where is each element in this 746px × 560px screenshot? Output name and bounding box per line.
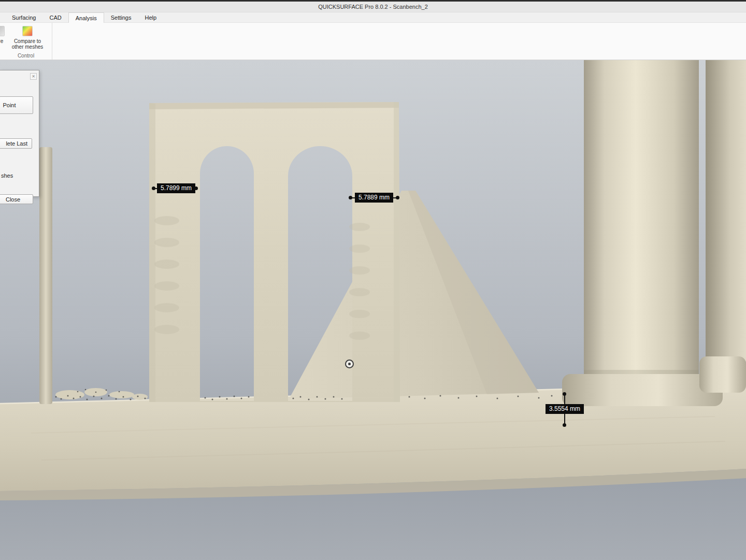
mesh-right-column[interactable] (699, 60, 746, 393)
viewport-3d[interactable]: 5.7899 mm 5.7889 mm 3.5554 mm ✕ Point le… (0, 60, 746, 560)
tab-analysis[interactable]: Analysis (68, 12, 104, 23)
titlebar[interactable]: QUICKSURFACE Pro 8.0.2 - Scanbench_2 (0, 2, 746, 12)
heatmap-compare-icon (22, 26, 33, 36)
ribbon: are Compare to other meshes Control (0, 23, 746, 60)
menubar: Surfacing CAD Analysis Settings Help (0, 12, 746, 23)
tab-settings[interactable]: Settings (104, 12, 138, 22)
tab-cad[interactable]: CAD (42, 12, 68, 22)
ribbon-group-label: Control (0, 53, 52, 59)
meshes-label-fragment: shes (1, 173, 13, 179)
ribbon-group-control: are Compare to other meshes Control (0, 23, 52, 60)
measurement-endpoint[interactable] (349, 196, 352, 199)
scene-3d[interactable] (0, 60, 746, 560)
rotation-center-icon (345, 360, 354, 368)
measurement-endpoint[interactable] (152, 186, 155, 190)
compare-button-partial[interactable]: are (0, 26, 6, 44)
measurement-label-1[interactable]: 5.7899 mm (157, 183, 195, 193)
measurement-endpoint[interactable] (563, 423, 566, 427)
measure-dialog: ✕ Point lete Last shes Close (0, 70, 39, 197)
dialog-close-icon[interactable]: ✕ (30, 73, 37, 80)
measurement-endpoint[interactable] (563, 392, 566, 396)
compare-to-other-meshes-button[interactable]: Compare to other meshes (11, 26, 44, 50)
tab-surfacing[interactable]: Surfacing (5, 12, 42, 22)
window-title: QUICKSURFACE Pro 8.0.2 - Scanbench_2 (318, 4, 428, 10)
mesh-arch-structure[interactable] (149, 102, 400, 402)
compare-button-label: are (0, 38, 3, 44)
compare-to-other-meshes-label: Compare to other meshes (11, 38, 44, 50)
point-button[interactable]: Point (0, 96, 33, 114)
measurement-label-2[interactable]: 5.7889 mm (355, 193, 393, 203)
close-button[interactable]: Close (0, 194, 33, 204)
measurement-endpoint[interactable] (396, 196, 399, 199)
mesh-left-post[interactable] (39, 147, 52, 404)
measurement-label-3[interactable]: 3.5554 mm (546, 404, 584, 414)
compare-icon (0, 26, 5, 36)
tab-help[interactable]: Help (138, 12, 163, 22)
delete-last-button[interactable]: lete Last (0, 138, 32, 149)
mesh-large-column[interactable] (562, 60, 723, 406)
